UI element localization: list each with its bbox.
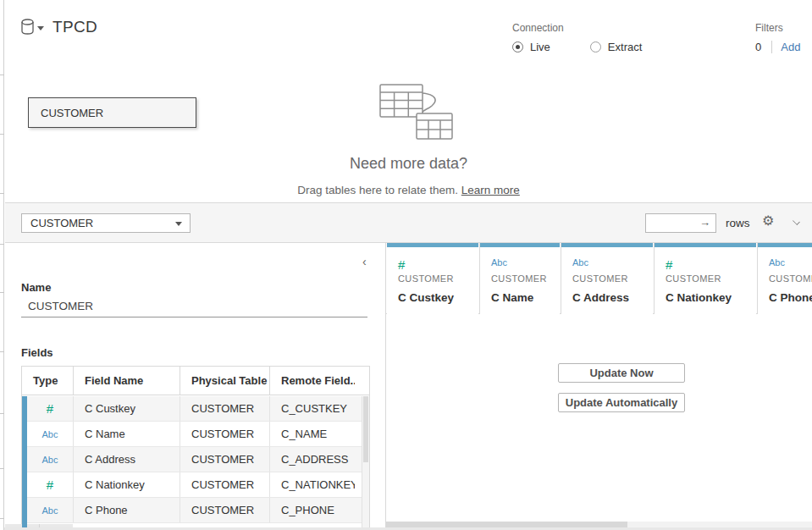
column-field-name: C Name xyxy=(491,291,533,304)
arrow-right-icon: → xyxy=(699,216,710,229)
field-row[interactable]: #C CustkeyCUSTOMERC_CUSTKEY xyxy=(22,396,362,422)
fields-label: Fields xyxy=(21,346,53,359)
field-name-cell: C Address xyxy=(74,447,180,472)
add-filter-link[interactable]: Add xyxy=(781,41,800,53)
field-name-cell: C Nationkey xyxy=(74,472,180,497)
datasource-title: TPCD xyxy=(52,18,97,36)
update-now-button[interactable]: Update Now xyxy=(558,363,685,383)
field-name-cell: C Custkey xyxy=(74,396,180,421)
physical-table-cell: CUSTOMER xyxy=(180,447,270,472)
grid-column-header[interactable]: AbcCUSTOMERC Phone xyxy=(757,243,812,314)
filters-label: Filters xyxy=(755,22,800,34)
row-count-input[interactable]: → xyxy=(645,213,716,233)
column-header-field-name[interactable]: Field Name xyxy=(74,367,180,395)
data-grid-header: #CUSTOMERC CustkeyAbcCUSTOMERC NameAbcCU… xyxy=(386,243,812,314)
remote-field-cell: C_NAME xyxy=(270,422,355,446)
fields-table-body: #C CustkeyCUSTOMERC_CUSTKEYAbcC NameCUST… xyxy=(22,396,362,530)
physical-table-cell: CUSTOMER xyxy=(180,498,270,522)
connection-label: Connection xyxy=(512,22,642,34)
column-table-name: CUSTOMER xyxy=(491,273,547,284)
field-type-icon: Abc xyxy=(22,447,74,472)
relate-tables-illustration xyxy=(373,81,454,141)
field-name-cell: C Name xyxy=(74,422,180,446)
data-grid-panel: #CUSTOMERC CustkeyAbcCUSTOMERC NameAbcCU… xyxy=(385,243,812,530)
remote-field-cell: C_PHONE xyxy=(270,498,355,522)
datasource-menu-button[interactable] xyxy=(20,17,49,37)
physical-table-cell: CUSTOMER xyxy=(180,422,270,446)
database-icon xyxy=(20,19,35,36)
logical-table-customer[interactable]: CUSTOMER xyxy=(28,97,196,128)
table-name-input[interactable] xyxy=(21,295,367,317)
selection-strip xyxy=(22,396,27,530)
chevron-down-icon xyxy=(37,26,44,30)
grid-horizontal-scrollbar[interactable] xyxy=(386,522,812,527)
table-select-value: CUSTOMER xyxy=(30,217,93,229)
radio-extract-label: Extract xyxy=(608,41,642,53)
fields-table: Type Field Name Physical Table Remote Fi… xyxy=(21,366,370,530)
scrollbar-thumb[interactable] xyxy=(363,396,368,462)
column-header-type[interactable]: Type xyxy=(22,367,74,395)
column-header-remote-field[interactable]: Remote Field... xyxy=(270,367,355,395)
grid-column-header[interactable]: AbcCUSTOMERC Address xyxy=(561,243,653,314)
string-type-icon: Abc xyxy=(572,257,588,268)
collapsed-connections-pane[interactable] xyxy=(0,0,4,530)
grid-column-header[interactable]: AbcCUSTOMERC Name xyxy=(479,243,560,314)
column-accent-bar xyxy=(758,243,812,247)
logical-table-label: CUSTOMER xyxy=(41,107,103,119)
column-field-name: C Address xyxy=(572,291,629,304)
collapse-panel-chevron[interactable]: ‹ xyxy=(362,255,367,268)
fields-table-header: Type Field Name Physical Table Remote Fi… xyxy=(22,367,369,395)
column-field-name: C Nationkey xyxy=(666,291,732,304)
column-field-name: C Custkey xyxy=(398,291,454,304)
number-type-icon: # xyxy=(47,478,53,492)
string-type-icon: Abc xyxy=(769,257,785,268)
chevron-down-icon xyxy=(175,222,182,226)
learn-more-link[interactable]: Learn more xyxy=(461,184,520,196)
grid-column-header[interactable]: #CUSTOMERC Custkey xyxy=(387,243,478,314)
number-type-icon: # xyxy=(47,401,53,416)
column-table-name: CUSTOMER xyxy=(572,273,628,284)
string-type-icon: Abc xyxy=(42,505,58,516)
physical-table-cell: CUSTOMER xyxy=(180,472,270,497)
field-type-icon: Abc xyxy=(22,422,74,446)
column-accent-bar xyxy=(387,243,478,247)
physical-table-cell: CUSTOMER xyxy=(180,396,270,421)
table-details-panel: ‹ Name Fields Type Field Name Physical T… xyxy=(5,243,385,530)
remote-field-cell: C_NATIONKEY xyxy=(270,472,355,497)
column-accent-bar xyxy=(655,243,756,247)
empty-state-title: Need more data? xyxy=(5,155,812,173)
column-header-physical-table[interactable]: Physical Table xyxy=(180,367,270,395)
column-accent-bar xyxy=(480,243,560,247)
remote-field-cell: C_CUSTKEY xyxy=(270,396,355,421)
grid-column-header[interactable]: #CUSTOMERC Nationkey xyxy=(654,243,756,314)
column-table-name: CUSTOMER xyxy=(398,273,454,284)
string-type-icon: Abc xyxy=(42,455,58,465)
column-accent-bar xyxy=(561,243,653,247)
field-row[interactable]: #C NationkeyCUSTOMERC_NATIONKEY xyxy=(22,472,362,498)
gear-icon[interactable]: ⚙ xyxy=(762,214,774,228)
column-table-name: CUSTOMER xyxy=(666,273,721,284)
field-type-icon: Abc xyxy=(22,498,74,522)
field-name-cell: C Phone xyxy=(74,498,180,522)
radio-extract[interactable]: Extract xyxy=(590,41,642,53)
table-select-dropdown[interactable]: CUSTOMER xyxy=(21,213,191,233)
column-table-name: CUSTOMER xyxy=(769,273,812,284)
update-automatically-button[interactable]: Update Automatically xyxy=(558,393,685,412)
scrollbar-thumb[interactable] xyxy=(386,522,627,527)
datagrid-toolbar: CUSTOMER → rows ⚙ xyxy=(5,202,812,243)
radio-unselected-icon xyxy=(590,41,601,52)
empty-hint-text: Drag tables here to relate them. xyxy=(297,184,458,196)
filters-section: Filters 0 Add xyxy=(755,22,800,53)
field-type-icon: # xyxy=(22,396,74,421)
string-type-icon: Abc xyxy=(491,257,507,268)
field-row[interactable]: AbcC AddressCUSTOMERC_ADDRESS xyxy=(22,447,362,472)
remote-field-cell: C_ADDRESS xyxy=(270,447,355,472)
radio-live-label: Live xyxy=(530,41,550,53)
column-field-name: C Phone xyxy=(769,291,812,304)
fields-vertical-scrollbar[interactable] xyxy=(362,396,369,530)
radio-live[interactable]: Live xyxy=(512,41,550,53)
string-type-icon: Abc xyxy=(42,429,58,439)
chevron-down-icon[interactable] xyxy=(793,218,800,225)
field-row[interactable]: AbcC PhoneCUSTOMERC_PHONE xyxy=(22,498,362,523)
field-row[interactable]: AbcC NameCUSTOMERC_NAME xyxy=(22,422,362,447)
